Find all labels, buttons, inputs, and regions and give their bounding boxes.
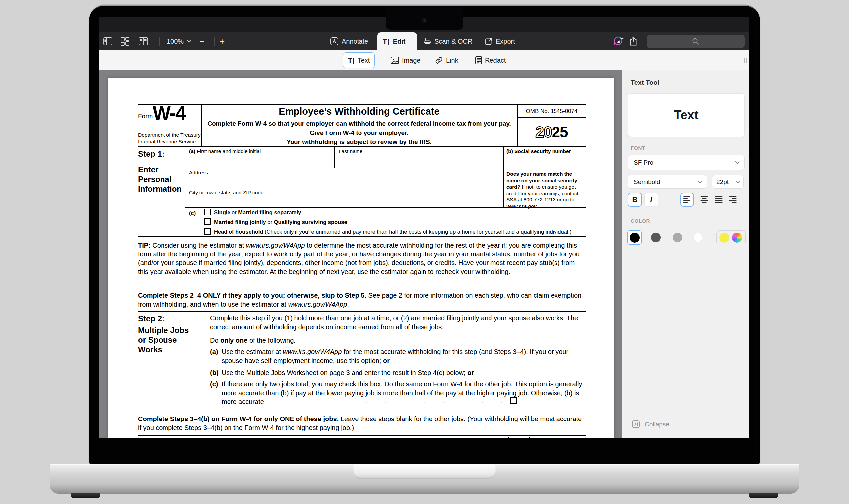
pdf-page[interactable]: Form W-4 Department of the Treasury Inte… (108, 78, 613, 438)
align-right-icon (729, 197, 737, 203)
font-size-select[interactable]: 22pt (712, 175, 744, 188)
field-first-name-label: (a) First name and middle initial (189, 148, 261, 155)
annotate-icon (330, 37, 338, 46)
laptop-foot (749, 493, 778, 498)
zoom-in-button[interactable]: + (220, 33, 225, 50)
collapse-label: Collapse (645, 421, 669, 428)
font-family-select[interactable]: SF Pro (628, 155, 745, 170)
dept-line1: Department of the Treasury (138, 132, 201, 138)
field-city-label: City or town, state, and ZIP code (189, 190, 264, 196)
step1-sub1: Enter (138, 165, 158, 175)
redact-icon (475, 56, 482, 64)
checkbox-two-jobs[interactable] (510, 397, 517, 404)
align-right-button[interactable] (729, 197, 737, 203)
zoom-level-value: 100% (167, 38, 184, 46)
text-tool-sidebar: Text Tool Text FONT SF Pro Semibo (623, 70, 749, 438)
step2c-label: (c) (210, 380, 218, 389)
checkbox-head-household[interactable] (204, 228, 211, 235)
tab-annotate[interactable]: Annotate (330, 33, 368, 50)
thumbnails-view-button[interactable] (121, 33, 129, 50)
step2-label: Step 2: (138, 314, 164, 324)
link-icon (435, 56, 443, 64)
font-family-value: SF Pro (634, 159, 653, 166)
step1-sub2: Personal (138, 174, 171, 184)
color-gray-swatch[interactable] (673, 233, 682, 242)
chevron-down-icon (735, 181, 740, 183)
tool-redact[interactable]: Redact (471, 52, 510, 68)
tab-scan-ocr[interactable]: Scan & OCR (423, 33, 472, 50)
step2-intro: Complete this step if you (1) hold more … (210, 314, 586, 331)
black-swatch-dot (630, 233, 640, 242)
rule (185, 187, 503, 188)
align-center-icon (700, 197, 708, 203)
color-white-swatch[interactable] (693, 233, 703, 242)
align-justify-button[interactable] (715, 197, 723, 203)
text-tool-icon: T| (348, 56, 355, 64)
checkbox-married-jointly[interactable] (204, 218, 211, 225)
zoom-out-button[interactable]: − (199, 33, 204, 50)
color-yellow-swatch[interactable] (719, 233, 729, 242)
tab-scan-ocr-label: Scan & OCR (434, 38, 472, 46)
tab-export-label: Export (496, 38, 515, 46)
bold-button[interactable]: B (628, 193, 642, 207)
steps-3-4b-paragraph: Complete Steps 3–4(b) on Form W-4 for on… (138, 415, 586, 432)
tool-image-label: Image (402, 57, 420, 64)
form-year: 2025 (517, 123, 586, 141)
share-icon (629, 37, 638, 46)
search-input[interactable] (647, 35, 745, 48)
form-number: W-4 (153, 102, 185, 124)
image-icon (391, 57, 399, 64)
checkbox-single[interactable] (204, 209, 211, 215)
tab-annotate-label: Annotate (342, 38, 368, 46)
ssa-note: Does your name match the name on your so… (506, 170, 586, 210)
color-section-label: COLOR (631, 218, 650, 224)
extended-color-group (716, 230, 746, 245)
align-left-icon (683, 197, 691, 203)
pdf-app-window: 100% − + (99, 17, 749, 438)
step2a-text: Use the estimator at www.irs.gov/W4App f… (222, 347, 586, 365)
toolbar-divider (159, 37, 160, 46)
form-subtitle-1: Complete Form W-4 so that your employer … (201, 120, 517, 127)
ai-assistant-button[interactable]: ai (612, 33, 624, 50)
rule (138, 146, 586, 147)
color-black-swatch[interactable] (627, 230, 642, 245)
step2-sub1: Multiple Jobs (138, 325, 189, 335)
tab-edit[interactable]: T| Edit (383, 33, 405, 50)
font-weight-select[interactable]: Semibold (628, 175, 707, 188)
step1-sub3: Information (138, 184, 182, 194)
option-head-household: Head of household (Check only if you’re … (214, 229, 572, 235)
italic-button[interactable]: I (644, 193, 658, 207)
two-page-view-button[interactable] (139, 33, 148, 50)
laptop-screen: 100% − + (90, 6, 759, 464)
form-subtitle-3: Your withholding is subject to review by… (201, 139, 517, 146)
tool-redact-label: Redact (485, 57, 506, 64)
text-style-preview[interactable]: Text (628, 93, 745, 137)
align-center-button[interactable] (700, 197, 708, 203)
laptop-base (50, 464, 799, 494)
align-left-button[interactable] (680, 193, 694, 207)
zoom-level-dropdown[interactable]: 100% (167, 33, 191, 50)
field-ssn-label: (b) Social security number (506, 148, 571, 155)
main-area: Form W-4 Department of the Treasury Inte… (99, 70, 749, 438)
minus-icon: − (199, 36, 204, 47)
rule (529, 437, 530, 438)
form-subtitle-2: Give Form W-4 to your employer. (201, 129, 517, 137)
plus-icon: + (220, 36, 225, 47)
step2-sub2: or Spouse (138, 335, 177, 345)
bold-glyph: B (633, 196, 638, 204)
font-section-label: FONT (631, 145, 645, 151)
sidebar-panel-button[interactable] (103, 33, 112, 50)
step2b-text: Use the Multiple Jobs Worksheet on page … (222, 368, 586, 377)
pane-resize-handle[interactable] (744, 58, 747, 63)
color-wheel-picker[interactable] (732, 233, 742, 242)
search-icon (692, 38, 699, 45)
collapse-sidebar-button[interactable]: Collapse (632, 420, 669, 428)
edit-text-icon: T| (383, 37, 390, 46)
tab-export[interactable]: Export (485, 33, 515, 50)
tool-text[interactable]: T| Text (343, 52, 375, 68)
document-canvas[interactable]: Form W-4 Department of the Treasury Inte… (99, 70, 623, 438)
tool-link[interactable]: Link (431, 52, 463, 68)
tool-image[interactable]: Image (386, 52, 425, 68)
color-dark-gray-swatch[interactable] (651, 233, 661, 242)
share-button[interactable] (629, 33, 638, 50)
